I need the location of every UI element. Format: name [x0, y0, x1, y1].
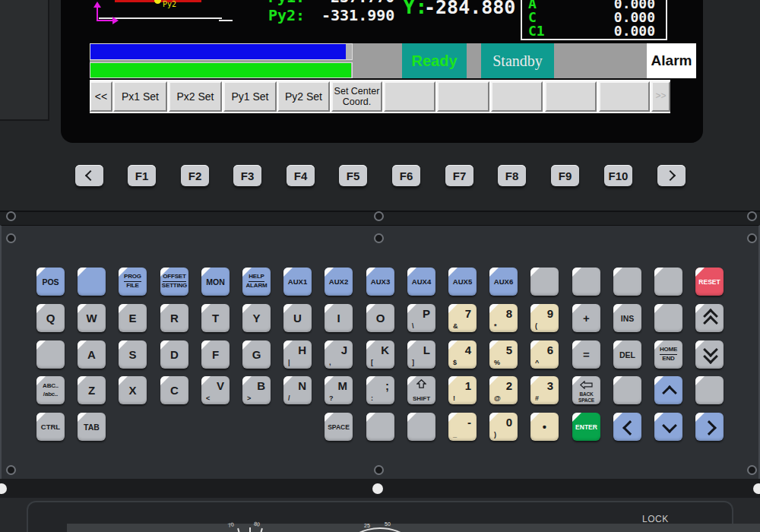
key-shift[interactable]: SHIFT — [407, 376, 435, 404]
key-reset[interactable]: RESET — [695, 268, 724, 296]
key-5[interactable]: 5% — [489, 340, 518, 369]
softkey-blank-3[interactable] — [491, 81, 543, 112]
key-arrow-right[interactable] — [695, 413, 724, 441]
key-aux6[interactable]: AUX6 — [489, 268, 518, 296]
key-aux1[interactable]: AUX1 — [283, 268, 312, 296]
key-6[interactable]: 6^ — [530, 340, 559, 369]
key-2[interactable]: 2@ — [489, 376, 518, 404]
key-semicolon[interactable]: ;: — [366, 376, 394, 404]
key-j[interactable]: J, — [325, 340, 353, 369]
fkey-f10[interactable]: F10 — [604, 165, 632, 186]
key-arrow-down[interactable] — [654, 413, 682, 441]
key-plus[interactable]: + — [572, 304, 600, 332]
key-n[interactable]: N/ — [283, 376, 312, 404]
fkey-f9[interactable]: F9 — [551, 165, 579, 186]
key-equals[interactable]: = — [572, 340, 600, 369]
softkey-blank-4[interactable] — [545, 81, 597, 112]
fkey-f5[interactable]: F5 — [339, 165, 367, 186]
key-0[interactable]: 0) — [489, 413, 518, 441]
key-x[interactable]: X — [119, 376, 147, 404]
key-home-end[interactable]: HOMEEND — [654, 340, 682, 369]
key-decimal[interactable]: • — [530, 413, 559, 441]
key-p[interactable]: P\ — [407, 304, 435, 332]
key-aux2[interactable]: AUX2 — [325, 268, 353, 296]
fkey-f3[interactable]: F3 — [233, 165, 261, 186]
key-v[interactable]: V< — [201, 376, 230, 404]
key-w[interactable]: W — [78, 304, 106, 332]
key-ins[interactable]: INS — [613, 304, 641, 332]
key-enter[interactable]: ENTER — [572, 413, 600, 441]
key-a[interactable]: A — [78, 340, 106, 369]
key-9[interactable]: 9( — [530, 304, 559, 332]
key-backspace[interactable]: BACKSPACE — [572, 376, 600, 404]
key-8[interactable]: 8* — [489, 304, 518, 332]
key-1[interactable]: 1! — [448, 376, 477, 404]
softkey-page-left[interactable]: << — [90, 81, 112, 112]
softkey-blank-5[interactable] — [599, 81, 650, 112]
key-help-alarm[interactable]: HELPALARM — [242, 268, 271, 296]
key-c[interactable]: C — [160, 376, 188, 404]
key-arrow-left[interactable] — [613, 413, 641, 441]
key-ctrl[interactable]: CTRL — [36, 413, 65, 441]
softkey-set-center-coord[interactable]: Set Center Coord. — [331, 81, 382, 112]
key-b[interactable]: B> — [242, 376, 271, 404]
key-aux5[interactable]: AUX5 — [448, 268, 477, 296]
key-blank[interactable] — [613, 376, 641, 404]
key-o[interactable]: O — [366, 304, 394, 332]
softkey-blank-1[interactable] — [384, 81, 435, 112]
softkey-page-right[interactable]: >> — [651, 81, 670, 112]
key-space[interactable]: SPACE — [325, 413, 353, 441]
key-minus[interactable]: -_ — [448, 413, 477, 441]
key-abc-toggle[interactable]: ABC../abc.. — [36, 376, 65, 404]
key-q[interactable]: Q — [36, 304, 65, 332]
key-blank[interactable] — [36, 340, 65, 369]
softkey-px1-set[interactable]: Px1 Set — [113, 81, 167, 112]
key-7[interactable]: 7& — [448, 304, 477, 332]
key-blank[interactable] — [695, 376, 724, 404]
key-z[interactable]: Z — [78, 376, 106, 404]
key-k[interactable]: K[ — [366, 340, 394, 369]
key-blank-blue[interactable] — [78, 268, 106, 296]
key-l[interactable]: L] — [407, 340, 435, 369]
softkey-px2-set[interactable]: Px2 Set — [169, 81, 222, 112]
key-i[interactable]: I — [325, 304, 353, 332]
softkey-blank-2[interactable] — [437, 81, 489, 112]
fkey-f6[interactable]: F6 — [392, 165, 420, 186]
fkey-f7[interactable]: F7 — [445, 165, 473, 186]
key-pos[interactable]: POS — [36, 268, 65, 296]
key-blank[interactable] — [654, 268, 682, 296]
key-y[interactable]: Y — [242, 304, 271, 332]
fkey-f1[interactable]: F1 — [128, 165, 156, 186]
fkey-prev[interactable] — [75, 165, 103, 186]
key-t[interactable]: T — [201, 304, 230, 332]
key-h[interactable]: H| — [283, 340, 312, 369]
key-prog-file[interactable]: PROGFILE — [119, 268, 147, 296]
key-m[interactable]: M? — [325, 376, 353, 404]
key-4[interactable]: 4$ — [448, 340, 477, 369]
key-f[interactable]: F — [201, 340, 230, 369]
key-u[interactable]: U — [283, 304, 312, 332]
key-page-up[interactable] — [695, 304, 724, 332]
key-blank[interactable] — [407, 413, 435, 441]
key-d[interactable]: D — [160, 340, 188, 369]
key-offset-setting[interactable]: OFFSETSETTING — [160, 268, 188, 296]
softkey-py2-set[interactable]: Py2 Set — [277, 81, 330, 112]
key-mon[interactable]: MON — [201, 268, 230, 296]
key-s[interactable]: S — [119, 340, 147, 369]
key-tab[interactable]: TAB — [78, 413, 106, 441]
key-blank[interactable] — [366, 413, 394, 441]
key-blank[interactable] — [572, 268, 600, 296]
key-arrow-up[interactable] — [654, 376, 682, 404]
softkey-py1-set[interactable]: Py1 Set — [223, 81, 277, 112]
key-del[interactable]: DEL — [613, 340, 641, 369]
fkey-f4[interactable]: F4 — [287, 165, 315, 186]
key-page-down[interactable] — [695, 340, 724, 369]
key-aux4[interactable]: AUX4 — [407, 268, 435, 296]
fkey-next[interactable] — [657, 165, 686, 186]
key-3[interactable]: 3# — [530, 376, 559, 404]
key-blank[interactable] — [654, 304, 682, 332]
key-aux3[interactable]: AUX3 — [366, 268, 394, 296]
key-blank[interactable] — [530, 268, 559, 296]
key-g[interactable]: G — [242, 340, 271, 369]
key-blank[interactable] — [613, 268, 641, 296]
